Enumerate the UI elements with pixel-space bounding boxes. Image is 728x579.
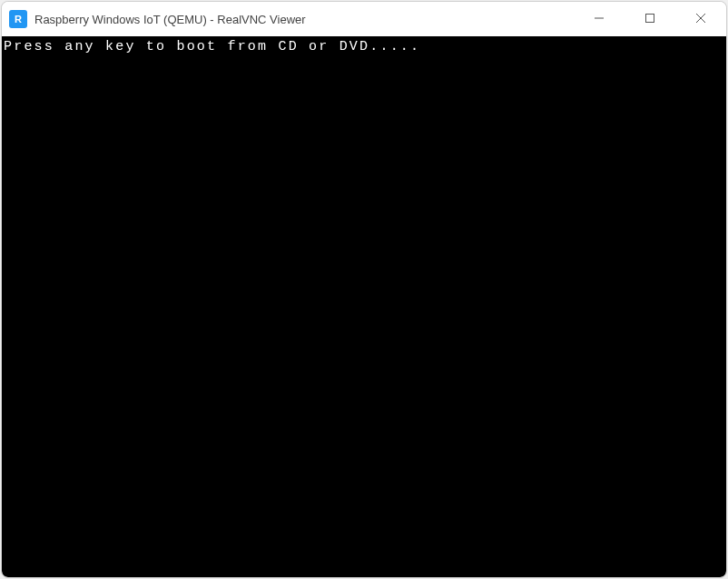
minimize-button[interactable] xyxy=(574,2,625,36)
app-window: R Raspberry Windows IoT (QEMU) - RealVNC… xyxy=(1,1,727,578)
window-title: Raspberry Windows IoT (QEMU) - RealVNC V… xyxy=(34,13,574,26)
vnc-display[interactable]: Press any key to boot from CD or DVD....… xyxy=(2,36,726,577)
titlebar[interactable]: R Raspberry Windows IoT (QEMU) - RealVNC… xyxy=(2,2,726,36)
minimize-icon xyxy=(594,13,605,26)
app-icon: R xyxy=(9,10,27,28)
maximize-icon xyxy=(644,13,655,26)
maximize-button[interactable] xyxy=(625,2,675,36)
boot-prompt-text: Press any key to boot from CD or DVD....… xyxy=(4,39,420,55)
close-icon xyxy=(695,13,706,26)
window-controls xyxy=(574,2,726,36)
svg-rect-1 xyxy=(646,14,654,22)
close-button[interactable] xyxy=(675,2,726,36)
app-icon-label: R xyxy=(15,15,22,25)
